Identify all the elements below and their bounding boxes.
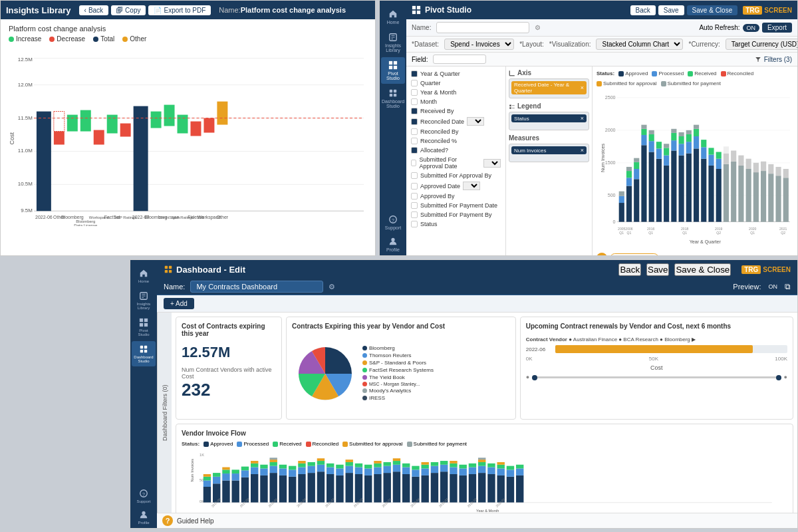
insights-header: Insights Library ‹ Back 🗐 Copy 📄 Export … bbox=[1, 1, 375, 19]
status-received: Received bbox=[688, 70, 716, 76]
pivot-back-button[interactable]: Back bbox=[630, 5, 656, 15]
field-check[interactable] bbox=[411, 202, 418, 209]
field-payment-by[interactable]: Submitted For Payment By bbox=[409, 210, 503, 219]
dash-sidebar-support[interactable]: ? Support bbox=[132, 485, 156, 507]
svg-rect-88 bbox=[626, 171, 632, 178]
field-reconciled-by[interactable]: Reconciled By bbox=[409, 127, 503, 136]
field-allocated[interactable]: Allocated? bbox=[409, 146, 503, 155]
dashboard-back-button[interactable]: Back bbox=[618, 263, 641, 276]
settings-icon[interactable]: ⚙ bbox=[535, 24, 541, 31]
dataset-label: *Dataset: bbox=[412, 41, 439, 48]
field-check[interactable] bbox=[411, 80, 418, 86]
svg-text:12.0M: 12.0M bbox=[18, 82, 33, 88]
field-check[interactable] bbox=[411, 211, 418, 218]
field-reconciled-date[interactable]: Reconciled Date bbox=[409, 116, 503, 127]
field-check[interactable] bbox=[411, 128, 418, 135]
pivot-save-button[interactable]: Save bbox=[658, 5, 684, 15]
field-month[interactable]: Month bbox=[409, 97, 503, 106]
field-check[interactable] bbox=[411, 108, 418, 114]
field-payment-date[interactable]: Submitted For Payment Date bbox=[409, 201, 503, 210]
dataset-select[interactable]: Spend - Invoices bbox=[444, 39, 514, 50]
field-check[interactable] bbox=[411, 98, 418, 105]
field-year-month[interactable]: Year & Month bbox=[409, 88, 503, 97]
slider-thumb-right[interactable] bbox=[776, 375, 781, 380]
expand-icon[interactable]: ⧉ bbox=[785, 282, 791, 291]
svg-rect-280 bbox=[440, 461, 448, 465]
dash-sidebar-insights[interactable]: Insights Library bbox=[132, 288, 156, 313]
dash-sidebar-profile[interactable]: Profile bbox=[132, 507, 156, 528]
field-search-input[interactable] bbox=[433, 55, 486, 64]
guided-help-text[interactable]: Guided Help bbox=[177, 517, 214, 525]
field-check[interactable] bbox=[411, 89, 418, 96]
svg-rect-51 bbox=[394, 61, 397, 65]
remove-measures-tag[interactable]: × bbox=[581, 147, 584, 154]
guided-help-label[interactable]: Guided Help bbox=[610, 253, 659, 256]
sidebar-item-insights[interactable]: Insights Library bbox=[381, 29, 405, 56]
sidebar-item-support[interactable]: ? Support bbox=[381, 211, 405, 233]
field-check[interactable] bbox=[411, 160, 416, 166]
svg-rect-122 bbox=[694, 136, 699, 148]
svg-rect-272 bbox=[422, 468, 429, 475]
field-select[interactable] bbox=[467, 117, 484, 126]
preview-toggle-button[interactable]: ON bbox=[765, 283, 782, 291]
field-status[interactable]: Status bbox=[409, 219, 503, 229]
field-check[interactable] bbox=[411, 172, 418, 179]
svg-rect-192 bbox=[203, 487, 211, 503]
field-approved-date[interactable]: Approved Date bbox=[409, 180, 503, 192]
export-button[interactable]: Export bbox=[762, 23, 792, 33]
slider-thumb[interactable] bbox=[532, 375, 537, 380]
pivot-title: Pivot Studio bbox=[412, 5, 628, 15]
dashboard-filters-sidebar[interactable]: Dashboard Filters (0) bbox=[157, 313, 172, 513]
svg-rect-144 bbox=[753, 163, 759, 172]
field-check[interactable] bbox=[411, 147, 418, 154]
pie-chart-svg bbox=[292, 340, 358, 407]
field-quarter[interactable]: Quarter bbox=[409, 78, 503, 88]
field-received-by[interactable]: Received By bbox=[409, 106, 503, 116]
add-widget-button[interactable]: + Add bbox=[164, 298, 194, 309]
field-approved-by[interactable]: Approved By bbox=[409, 192, 503, 201]
field-check[interactable] bbox=[411, 221, 418, 227]
export-pdf-button[interactable]: 📄 Export to PDF bbox=[148, 5, 211, 15]
svg-rect-143 bbox=[753, 172, 759, 222]
remove-axis-tag[interactable]: × bbox=[581, 84, 584, 91]
svg-rect-116 bbox=[679, 132, 684, 136]
field-submitted-approval-date[interactable]: Submitted For Approval Date bbox=[409, 155, 503, 171]
field-reconciled-pct[interactable]: Reconciled % bbox=[409, 136, 503, 146]
field-check[interactable] bbox=[411, 118, 418, 125]
dashboard-save-button[interactable]: Save bbox=[646, 263, 669, 276]
legend-dropzone[interactable]: Status × bbox=[509, 112, 589, 130]
dashboard-name-input[interactable] bbox=[190, 281, 323, 293]
field-select[interactable] bbox=[483, 159, 501, 168]
field-check[interactable] bbox=[411, 183, 418, 190]
measures-dropzone[interactable]: Num Invoices × bbox=[509, 144, 589, 162]
field-year-quarter[interactable]: Year & Quarter bbox=[409, 69, 503, 78]
field-check[interactable] bbox=[411, 70, 418, 77]
dash-sidebar-dashboard[interactable]: Dashboard Studio bbox=[132, 341, 156, 366]
pivot-name-input[interactable] bbox=[436, 22, 529, 33]
sidebar-item-pivot[interactable]: Pivot Studio bbox=[381, 57, 405, 84]
svg-rect-125 bbox=[701, 159, 706, 222]
back-button[interactable]: ‹ Back bbox=[79, 5, 109, 15]
sidebar-item-dashboard[interactable]: Dashboard Studio bbox=[381, 85, 405, 112]
field-submitted-approval-by[interactable]: Submitted For Approval By bbox=[409, 171, 503, 180]
dashboard-trg-logo: TRG SCREEN bbox=[741, 265, 791, 274]
sidebar-item-profile[interactable]: Profile bbox=[381, 233, 405, 255]
field-select[interactable] bbox=[463, 182, 480, 190]
dashboard-save-close-button[interactable]: Save & Close bbox=[674, 263, 731, 276]
dash-sidebar-home[interactable]: Home bbox=[132, 265, 156, 287]
auto-refresh-toggle[interactable]: ON bbox=[743, 24, 760, 32]
slider-track[interactable] bbox=[532, 376, 781, 378]
copy-button[interactable]: 🗐 Copy bbox=[111, 5, 146, 15]
field-check[interactable] bbox=[411, 193, 418, 200]
decrease-dot bbox=[49, 37, 55, 42]
sidebar-item-home[interactable]: Home bbox=[381, 6, 405, 28]
remove-legend-tag[interactable]: × bbox=[581, 115, 584, 122]
legend-tag: Status × bbox=[511, 114, 587, 122]
pivot-save-close-button[interactable]: Save & Close bbox=[687, 5, 738, 15]
currency-select[interactable]: Target Currency (USD) bbox=[726, 39, 797, 50]
dash-sidebar-pivot[interactable]: Pivot Studio bbox=[132, 315, 156, 340]
visualization-select[interactable]: Stacked Column Chart bbox=[596, 39, 683, 50]
field-check[interactable] bbox=[411, 138, 418, 144]
settings-icon[interactable]: ⚙ bbox=[329, 283, 335, 291]
axis-dropzone[interactable]: Received Date - Year & Quarter × bbox=[509, 78, 589, 98]
